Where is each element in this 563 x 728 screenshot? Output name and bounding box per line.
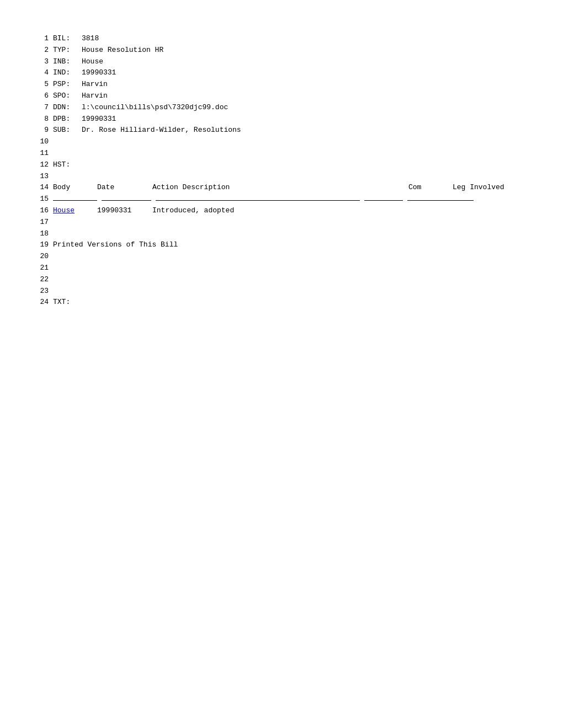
divider-com xyxy=(364,200,403,201)
line-num-15: 15 xyxy=(33,194,49,205)
line-num-9: 9 xyxy=(33,125,49,136)
line-15: 15 xyxy=(33,194,530,205)
table-header: Body Date Action Description Com Leg Inv… xyxy=(53,182,530,194)
line-num-20: 20 xyxy=(33,251,49,263)
line-content-7: DDN: l:\council\bills\psd\7320djc99.doc xyxy=(53,102,530,114)
line-num-6: 6 xyxy=(33,90,49,102)
line-content-4: IND: 19990331 xyxy=(53,67,530,79)
label-inb: INB: xyxy=(53,56,82,68)
value-sub: Dr. Rose Hilliard-Wilder, Resolutions xyxy=(82,125,530,136)
line-num-24: 24 xyxy=(33,297,49,308)
line-num-17: 17 xyxy=(33,217,49,228)
line-4: 4 IND: 19990331 xyxy=(33,67,530,79)
line-18: 18 xyxy=(33,228,530,240)
line-10: 10 xyxy=(33,136,530,148)
line-17: 17 xyxy=(33,217,530,228)
col-header-action: Action Description xyxy=(152,182,408,194)
label-ind: IND: xyxy=(53,67,82,79)
label-dpb: DPB: xyxy=(53,114,82,125)
divider-body xyxy=(53,200,97,201)
label-ddn: DDN: xyxy=(53,102,82,114)
label-psp: PSP: xyxy=(53,79,82,90)
line-content-5: PSP: Harvin xyxy=(53,79,530,90)
cell-body[interactable]: House xyxy=(53,205,97,217)
line-16: 16 House 19990331 Introduced, adopted xyxy=(33,205,530,217)
line-11: 11 xyxy=(33,148,530,159)
cell-leg xyxy=(453,205,530,217)
line-num-7: 7 xyxy=(33,102,49,114)
col-header-leg: Leg Involved xyxy=(453,182,530,194)
line-22: 22 xyxy=(33,274,530,286)
label-bil: BIL: xyxy=(53,33,82,45)
line-num-19: 19 xyxy=(33,239,49,251)
line-content-24: TXT: xyxy=(53,297,530,308)
value-inb: House xyxy=(82,56,530,68)
divider-action xyxy=(156,200,360,201)
label-typ: TYP: xyxy=(53,45,82,56)
line-5: 5 PSP: Harvin xyxy=(33,79,530,90)
line-content-12: HST: xyxy=(53,159,530,171)
value-ind: 19990331 xyxy=(82,67,530,79)
cell-date: 19990331 xyxy=(97,205,152,217)
table-divider xyxy=(53,200,530,201)
line-content-2: TYP: House Resolution HR xyxy=(53,45,530,56)
line-num-4: 4 xyxy=(33,67,49,79)
line-20: 20 xyxy=(33,251,530,263)
col-header-com: Com xyxy=(408,182,453,194)
value-ddn: l:\council\bills\psd\7320djc99.doc xyxy=(82,102,530,114)
label-txt: TXT: xyxy=(53,297,82,308)
value-typ: House Resolution HR xyxy=(82,45,530,56)
line-content-3: INB: House xyxy=(53,56,530,68)
printed-versions-text: Printed Versions of This Bill xyxy=(53,239,530,251)
line-num-3: 3 xyxy=(33,56,49,68)
house-link[interactable]: House xyxy=(53,206,75,215)
table-data-row: House 19990331 Introduced, adopted xyxy=(53,205,530,217)
line-7: 7 DDN: l:\council\bills\psd\7320djc99.do… xyxy=(33,102,530,114)
line-num-5: 5 xyxy=(33,79,49,90)
line-13: 13 xyxy=(33,171,530,183)
line-num-14: 14 xyxy=(33,182,49,194)
line-content-1: BIL: 3818 xyxy=(53,33,530,45)
value-spo: Harvin xyxy=(82,90,530,102)
line-23: 23 xyxy=(33,286,530,297)
line-content-8: DPB: 19990331 xyxy=(53,114,530,125)
divider-date xyxy=(102,200,151,201)
line-num-8: 8 xyxy=(33,114,49,125)
line-num-23: 23 xyxy=(33,286,49,297)
col-header-body: Body xyxy=(53,182,97,194)
line-8: 8 DPB: 19990331 xyxy=(33,114,530,125)
value-psp: Harvin xyxy=(82,79,530,90)
cell-com xyxy=(408,205,453,217)
line-num-11: 11 xyxy=(33,148,49,159)
value-bil: 3818 xyxy=(82,33,530,45)
line-num-13: 13 xyxy=(33,171,49,183)
line-num-12: 12 xyxy=(33,159,49,171)
line-content-9: SUB: Dr. Rose Hilliard-Wilder, Resolutio… xyxy=(53,125,530,136)
label-hst: HST: xyxy=(53,159,82,171)
line-9: 9 SUB: Dr. Rose Hilliard-Wilder, Resolut… xyxy=(33,125,530,136)
line-1: 1 BIL: 3818 xyxy=(33,33,530,45)
line-num-16: 16 xyxy=(33,205,49,217)
line-14: 14 Body Date Action Description Com Leg … xyxy=(33,182,530,194)
col-header-date: Date xyxy=(97,182,152,194)
line-6: 6 SPO: Harvin xyxy=(33,90,530,102)
line-12: 12 HST: xyxy=(33,159,530,171)
line-2: 2 TYP: House Resolution HR xyxy=(33,45,530,56)
line-24: 24 TXT: xyxy=(33,297,530,308)
divider-leg xyxy=(407,200,474,201)
line-num-18: 18 xyxy=(33,228,49,240)
line-num-22: 22 xyxy=(33,274,49,286)
value-dpb: 19990331 xyxy=(82,114,530,125)
line-num-1: 1 xyxy=(33,33,49,45)
line-3: 3 INB: House xyxy=(33,56,530,68)
line-num-21: 21 xyxy=(33,263,49,274)
line-content-6: SPO: Harvin xyxy=(53,90,530,102)
label-sub: SUB: xyxy=(53,125,82,136)
line-num-10: 10 xyxy=(33,136,49,148)
line-19: 19 Printed Versions of This Bill xyxy=(33,239,530,251)
line-num-2: 2 xyxy=(33,45,49,56)
label-spo: SPO: xyxy=(53,90,82,102)
line-21: 21 xyxy=(33,263,530,274)
cell-action: Introduced, adopted xyxy=(152,205,408,217)
